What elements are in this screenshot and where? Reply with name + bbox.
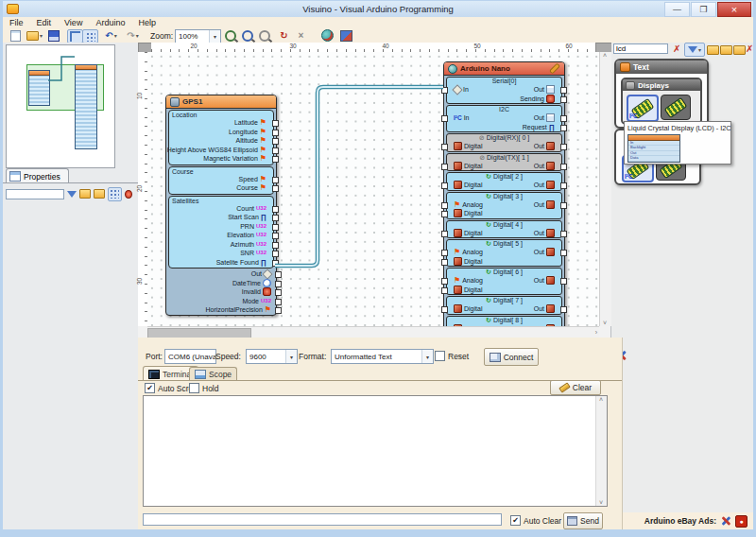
- maximize-button[interactable]: ❐: [691, 2, 716, 17]
- redo-button[interactable]: ↷▾: [123, 29, 143, 42]
- palette-new-folder-icon[interactable]: [707, 45, 719, 55]
- hold-checkbox[interactable]: [189, 383, 199, 393]
- auto-clear-row[interactable]: ✔ Auto Clear: [510, 515, 561, 526]
- save-project-button[interactable]: [46, 29, 60, 42]
- send-button[interactable]: Send: [563, 512, 603, 529]
- terminal-scroll-down-icon[interactable]: ˅: [599, 499, 603, 506]
- undo-button[interactable]: ↶▾: [101, 29, 121, 42]
- send-input[interactable]: [143, 513, 502, 526]
- auto-scroll-checkbox[interactable]: ✔: [145, 383, 155, 393]
- canvas-vertical-scrollbar[interactable]: ˄ ˅: [599, 52, 611, 326]
- panel-layout-button[interactable]: [108, 187, 122, 201]
- menu-file[interactable]: File: [3, 18, 30, 27]
- properties-tab-label: Properties: [24, 172, 60, 182]
- auto-clear-checkbox[interactable]: ✔: [510, 515, 521, 526]
- new-project-button[interactable]: [9, 29, 23, 42]
- palette-open-folder-icon[interactable]: [720, 45, 732, 55]
- left-panel: Properties: [3, 43, 139, 529]
- delete-button[interactable]: ×: [294, 29, 308, 42]
- design-canvas: 2030405060 102030 GPS1LocationLatitude⚑L…: [138, 43, 611, 338]
- ads-close-icon[interactable]: ●: [735, 515, 747, 528]
- pin-panel-icon[interactable]: [125, 190, 132, 199]
- refresh-icon: ↻: [280, 30, 287, 41]
- tab-scope[interactable]: Scope: [189, 367, 237, 381]
- palette-close-icon[interactable]: ✗: [746, 43, 753, 54]
- palette-folder-icon[interactable]: [733, 45, 746, 55]
- canvas-grid[interactable]: GPS1LocationLatitude⚑Longitude⚑Altitude⚑…: [147, 52, 599, 326]
- format-combobox[interactable]: Unformatted Text▾: [331, 349, 434, 364]
- ads-label: Arduino eBay Ads:: [644, 516, 716, 526]
- save-icon: [48, 30, 60, 42]
- i2c-badge: I²C: [629, 113, 638, 119]
- menu-help[interactable]: Help: [131, 18, 163, 27]
- port-label: Port:: [146, 352, 163, 361]
- scroll-right-icon[interactable]: ›: [595, 329, 597, 336]
- clear-search-icon[interactable]: ✗: [673, 43, 680, 54]
- tab-properties[interactable]: Properties: [6, 168, 69, 183]
- zoom-value: 100%: [179, 32, 198, 41]
- connect-icon: [490, 353, 501, 362]
- component-search-input[interactable]: [613, 43, 668, 54]
- zoom-combobox[interactable]: 100%▾: [175, 29, 221, 43]
- component-lcd-button[interactable]: [661, 95, 691, 120]
- web-button[interactable]: [320, 29, 335, 42]
- title-bar[interactable]: Visuino - Visual Arduino Programming — ❐…: [3, 1, 753, 17]
- menu-edit[interactable]: Edit: [30, 18, 59, 27]
- connect-button[interactable]: Connect: [484, 348, 539, 366]
- palette-category-header[interactable]: Text: [616, 61, 707, 74]
- reset-checkbox[interactable]: [435, 351, 445, 361]
- component-lcd-i2c-button[interactable]: I²C: [627, 95, 659, 122]
- speed-combobox[interactable]: 9600▾: [246, 349, 298, 364]
- lcd-display-icon-2: [664, 96, 688, 117]
- properties-filter-input[interactable]: [6, 189, 64, 199]
- properties-divider: [3, 182, 138, 183]
- terminal-scroll-up-icon[interactable]: ˄: [599, 396, 603, 403]
- properties-icon: [9, 171, 21, 182]
- filter-icon[interactable]: [67, 191, 77, 198]
- terminal-icon: [148, 370, 160, 379]
- zoom-dropdown-arrow[interactable]: ▾: [209, 30, 220, 43]
- minimize-button[interactable]: —: [664, 2, 690, 17]
- globe-icon: [321, 29, 334, 42]
- snap-toggle-button[interactable]: [67, 29, 83, 43]
- grid-toggle-button[interactable]: [82, 29, 98, 43]
- palette-group-displays: Displays I²C: [621, 78, 702, 125]
- auto-clear-label: Auto Clear: [524, 516, 561, 526]
- minimap[interactable]: [6, 44, 115, 168]
- scroll-down-icon[interactable]: ˅: [603, 320, 607, 326]
- refresh-button[interactable]: ↻: [277, 29, 291, 42]
- zoom-reset-button[interactable]: [257, 29, 271, 42]
- port-combobox[interactable]: COM6 (Unava▾: [164, 349, 216, 364]
- terminal-output[interactable]: ˄ ˅: [143, 395, 608, 507]
- connection-wire[interactable]: [147, 52, 599, 326]
- component-palette-panel: ✗ ▾ ✗ Text Displays I²C I²C: [611, 43, 753, 529]
- broom-icon: [558, 382, 570, 392]
- tooltip-preview: InBacklightOutData: [627, 134, 680, 163]
- palette-group-header[interactable]: Displays: [623, 79, 700, 91]
- scroll-up-icon[interactable]: ˄: [603, 52, 607, 59]
- open-project-button[interactable]: ▾: [25, 29, 44, 42]
- h-ruler-label-20: 20: [190, 43, 197, 49]
- terminal-scrollbar[interactable]: ˄ ˅: [595, 396, 607, 506]
- expand-all-icon[interactable]: [79, 189, 91, 199]
- scope-icon: [195, 370, 206, 379]
- h-ruler-label-40: 40: [382, 43, 388, 49]
- collapse-all-icon[interactable]: [94, 189, 105, 199]
- clear-button[interactable]: Clear: [550, 380, 601, 395]
- ads-tools-icon[interactable]: [721, 516, 731, 527]
- media-button[interactable]: [339, 29, 353, 42]
- serial-panel: Port: COM6 (Unava▾ Speed: 9600▾ Format: …: [138, 338, 623, 529]
- zoom-out-button[interactable]: [240, 29, 254, 42]
- zoom-in-button[interactable]: [223, 29, 237, 42]
- palette-filter-button[interactable]: ▾: [684, 43, 705, 57]
- hold-row[interactable]: Hold: [189, 383, 218, 393]
- close-button[interactable]: ×: [717, 2, 751, 17]
- reset-checkbox-row[interactable]: Reset: [435, 351, 469, 361]
- format-value: Unformatted Text: [335, 353, 392, 361]
- menu-arduino[interactable]: Arduino: [89, 18, 131, 27]
- speed-label: Speed:: [215, 352, 241, 361]
- menu-view[interactable]: View: [58, 18, 89, 27]
- v-ruler-label-10: 10: [136, 93, 143, 99]
- text-category-icon: [620, 62, 630, 72]
- h-ruler-label-60: 60: [565, 43, 572, 49]
